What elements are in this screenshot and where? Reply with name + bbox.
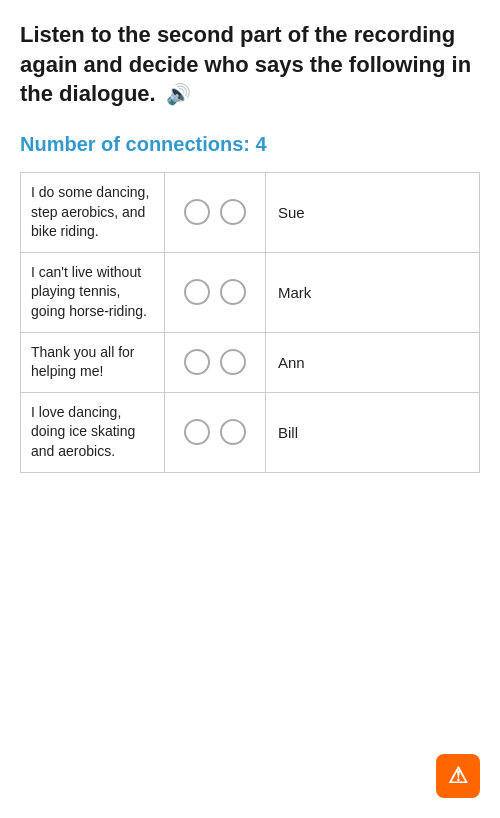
statement-cell: I love dancing, doing ice skating and ae… bbox=[20, 393, 165, 473]
statement-cell: Thank you all for helping me! bbox=[20, 333, 165, 393]
connections-label: Number of connections: 4 bbox=[20, 133, 480, 156]
radio-button-left[interactable] bbox=[184, 349, 210, 375]
warning-badge[interactable]: ⚠ bbox=[436, 754, 480, 798]
instruction-text: Listen to the second part of the recordi… bbox=[20, 22, 471, 106]
instruction-title: Listen to the second part of the recordi… bbox=[20, 20, 480, 109]
speaker-icon[interactable]: 🔊 bbox=[166, 81, 191, 108]
radio-button-right[interactable] bbox=[220, 419, 246, 445]
table-row: I can't live without playing tennis, goi… bbox=[20, 253, 480, 333]
name-cell: Ann bbox=[265, 333, 480, 393]
name-cell: Bill bbox=[265, 393, 480, 473]
name-cell: Mark bbox=[265, 253, 480, 333]
radio-button-right[interactable] bbox=[220, 279, 246, 305]
radio-button-left[interactable] bbox=[184, 279, 210, 305]
radio-group bbox=[165, 172, 265, 253]
radio-button-right[interactable] bbox=[220, 199, 246, 225]
table-row: Thank you all for helping me!Ann bbox=[20, 333, 480, 393]
statement-cell: I do some dancing, step aerobics, and bi… bbox=[20, 172, 165, 253]
table-row: I do some dancing, step aerobics, and bi… bbox=[20, 172, 480, 253]
radio-button-left[interactable] bbox=[184, 199, 210, 225]
radio-button-right[interactable] bbox=[220, 349, 246, 375]
radio-group bbox=[165, 393, 265, 473]
name-cell: Sue bbox=[265, 172, 480, 253]
table-row: I love dancing, doing ice skating and ae… bbox=[20, 393, 480, 473]
matching-table: I do some dancing, step aerobics, and bi… bbox=[20, 172, 480, 473]
radio-group bbox=[165, 333, 265, 393]
warning-icon: ⚠ bbox=[448, 765, 468, 787]
statement-cell: I can't live without playing tennis, goi… bbox=[20, 253, 165, 333]
radio-button-left[interactable] bbox=[184, 419, 210, 445]
radio-group bbox=[165, 253, 265, 333]
